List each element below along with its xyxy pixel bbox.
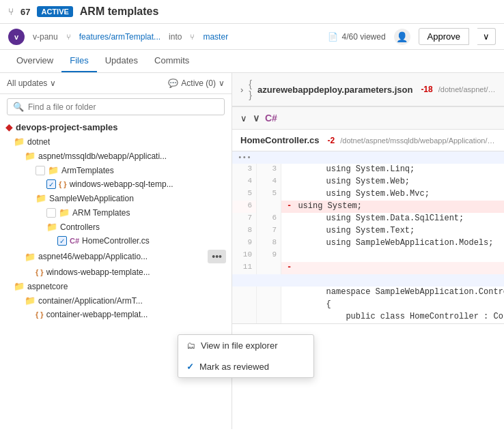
nav-tabs: Overview Files Updates Commits [0, 50, 504, 73]
json-file-icon2: { } [36, 268, 44, 276]
folder-label: ARM Templates [72, 208, 130, 218]
list-item[interactable]: 📁 container/Application/ArmT... [0, 293, 232, 308]
folder-icon: 📁 [25, 295, 36, 306]
list-item[interactable]: ✓ { } windows-webapp-sql-temp... [0, 177, 232, 191]
all-updates-label: All updates [7, 78, 47, 88]
old-line-num: 10 [232, 250, 257, 262]
line-content: using System.Web.Mvc; [281, 188, 504, 201]
old-line-num: 7 [232, 213, 257, 225]
branch-to[interactable]: master [203, 32, 228, 42]
list-item[interactable]: { } container-webapp-templat... [0, 308, 232, 321]
tab-overview[interactable]: Overview [8, 50, 61, 72]
diff-row: 10 9 [232, 250, 504, 262]
new-line-num [257, 201, 281, 213]
code-diff: ••• 3 3 using System.Linq; 4 4 using Sys… [232, 151, 504, 323]
line-content-deleted: - using System; [281, 201, 504, 213]
search-input[interactable] [28, 102, 219, 112]
expand-icon2[interactable]: ∨ [240, 113, 247, 123]
pr-icon: ⑂ [8, 6, 14, 17]
approve-dropdown[interactable]: ∨ [477, 28, 496, 45]
file-label: container-webapp-templat... [46, 310, 148, 319]
file-checkbox[interactable] [36, 166, 45, 175]
list-item[interactable]: 📁 Controllers [0, 220, 232, 234]
list-item[interactable]: { } windows-webapp-template... [0, 265, 232, 279]
list-item[interactable]: 📁 aspnet/mssqldb/webapp/Applicati... [0, 149, 232, 163]
folder-label: SampleWebApplication [49, 194, 134, 203]
cs-lang-label: C# [265, 113, 277, 123]
new-line-num: 5 [257, 188, 281, 201]
all-updates-dropdown[interactable]: All updates ∨ [7, 78, 56, 88]
old-line-num [232, 287, 257, 299]
json-file-path: /dotnet/aspnet/mssqldb/webapp/Applicatio… [438, 85, 496, 93]
file-subheader-cs: HomeController.cs -2 /dotnet/aspnet/mssq… [232, 130, 504, 151]
reviewer-icon: 👤 [394, 29, 410, 45]
folder-icon: 📁 [48, 165, 59, 175]
diamond-icon: ◆ [5, 121, 13, 132]
file-checkbox[interactable]: ✓ [46, 179, 56, 189]
cs-file-icon: C# [70, 237, 79, 245]
new-line-num [257, 262, 281, 274]
file-checkbox[interactable]: ✓ [57, 236, 67, 246]
list-item[interactable]: 📁 aspnetcore [0, 279, 232, 293]
tab-files[interactable]: Files [61, 50, 96, 72]
file-section-json: › { } azurewebappdeploy.parameters.json … [232, 73, 504, 107]
line-content: - [281, 262, 504, 274]
tab-updates[interactable]: Updates [97, 50, 146, 72]
diff-separator-row: ••• [232, 151, 504, 164]
line-content: using System.Linq; [281, 164, 504, 176]
line-content: namespace SampleWebApplication.Contro... [281, 287, 504, 299]
context-menu-button[interactable]: ••• [208, 250, 226, 263]
search-box[interactable]: 🔍 [7, 98, 225, 115]
old-line-num: 8 [232, 225, 257, 237]
dropdown-chevron: ∨ [50, 78, 56, 88]
file-checkbox[interactable] [46, 208, 56, 218]
new-line-num: 4 [257, 176, 281, 188]
expand-icon[interactable]: › [240, 85, 243, 95]
diff-row: 3 3 using System.Linq; [232, 164, 504, 176]
branch-icon2: ⑂ [190, 33, 195, 41]
avatar: v [8, 29, 25, 45]
list-item[interactable]: 📁 ARM Templates [0, 205, 232, 220]
list-item[interactable]: 📁 aspnet46/webapp/Applicatio... ••• [0, 248, 232, 265]
pr-title: ARM templates [80, 5, 159, 18]
approve-button[interactable]: Approve [419, 28, 469, 45]
main-layout: All updates ∨ 💬 Active (0) ∨ 🔍 ◆ devops-… [0, 73, 504, 429]
tab-commits[interactable]: Commits [146, 50, 197, 72]
diff-separator2 [232, 274, 504, 287]
old-line-num [232, 299, 257, 311]
old-line-num: 6 [232, 201, 257, 213]
folder-icon: 📁 [25, 151, 36, 161]
folder-label: aspnet46/webapp/Applicatio... [38, 252, 148, 261]
comment-filter-dropdown[interactable]: 💬 Active (0) ∨ [168, 78, 225, 88]
diff-row-ns: namespace SampleWebApplication.Contro... [232, 287, 504, 299]
list-item[interactable]: 📁 dotnet [0, 134, 232, 149]
comment-icon: 💬 [168, 78, 178, 88]
line-content: { [281, 299, 504, 311]
line-content: using System.Data.SqlClient; [281, 213, 504, 225]
left-panel: All updates ∨ 💬 Active (0) ∨ 🔍 ◆ devops-… [0, 73, 232, 429]
folder-icon: 📁 [14, 136, 25, 147]
into-label: into [169, 32, 182, 42]
top-bar: ⑂ 67 ACTIVE ARM templates [0, 0, 504, 24]
json-diff-count: -18 [421, 85, 432, 94]
mark-reviewed-item[interactable]: ✓ Mark as reviewed [178, 356, 232, 377]
branch-from[interactable]: features/armTemplat... [79, 32, 160, 42]
lang-cs-icon: ∨ [253, 113, 260, 123]
new-line-num [257, 287, 281, 299]
folder-label: ArmTemplates [61, 166, 114, 175]
line-content: using SampleWebApplication.Models; [281, 237, 504, 250]
old-line-num: 11 [232, 262, 257, 274]
list-item[interactable]: ◆ devops-project-samples [0, 119, 232, 134]
root-folder-label: devops-project-samples [16, 122, 118, 132]
list-item[interactable]: 📁 ArmTemplates [0, 163, 232, 177]
file-icon-viewed: 📄 [328, 32, 338, 42]
list-item[interactable]: 📁 SampleWebApplication [0, 191, 232, 205]
folder-icon: 📁 [59, 207, 70, 218]
search-icon: 🔍 [13, 102, 24, 112]
new-line-num: 6 [257, 213, 281, 225]
view-in-explorer-item[interactable]: 🗂 View in file explorer [178, 335, 232, 356]
diff-row: 8 7 using System.Text; [232, 225, 504, 237]
new-line-num: 9 [257, 250, 281, 262]
old-line-num: 9 [232, 237, 257, 250]
list-item[interactable]: ✓ C# HomeController.cs [0, 234, 232, 248]
